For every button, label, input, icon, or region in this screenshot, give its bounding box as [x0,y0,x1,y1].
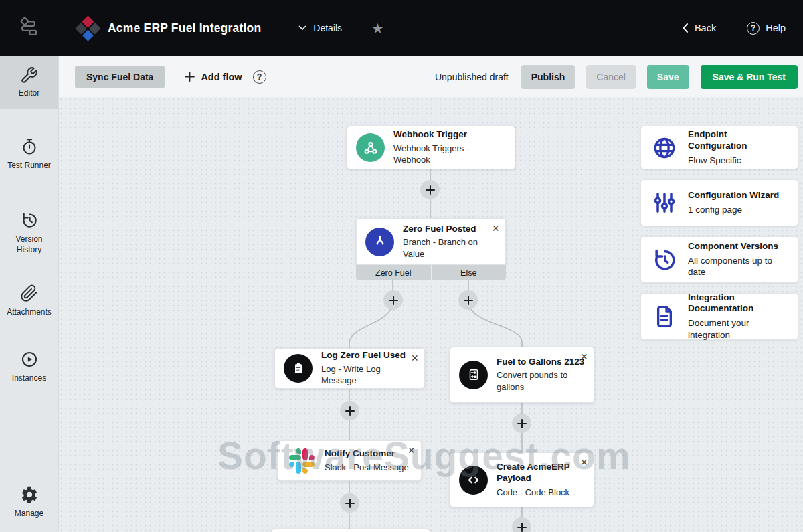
history-icon [20,211,39,230]
node-notify-customer[interactable]: Notify Customer Slack - Post Message × [278,440,422,481]
publish-button[interactable]: Publish [521,65,575,89]
sidebar-item-label: Instances [9,373,49,384]
sidebar-item-label: Manage [12,509,46,519]
chevron-down-icon [298,25,306,31]
calculator-icon [459,361,488,389]
add-step-button[interactable] [512,414,531,433]
add-step-button[interactable] [340,401,359,420]
node-subtitle: Convert pounds to gallons [497,369,585,393]
help-label: Help [766,23,786,33]
status-badge: Unpublished draft [435,72,509,82]
node-fuel-to-gallons[interactable]: Fuel to Gallons 2123 Convert pounds to g… [450,347,594,403]
branch-tab-zero-fuel[interactable]: Zero Fuel [356,265,431,280]
sidebar-item-label: Version History [0,234,58,255]
globe-icon [651,135,678,161]
log-icon [284,354,313,383]
card-subtitle: Document your integration [688,317,788,341]
node-title: Create AcmeERP Payload [497,462,585,484]
add-step-button[interactable] [383,290,403,310]
add-step-button[interactable] [458,290,478,310]
node-zero-fuel-posted[interactable]: Zero Fuel Posted Branch - Branch on Valu… [356,218,506,265]
cancel-button[interactable]: Cancel [586,65,636,89]
close-icon[interactable]: × [580,456,588,468]
integration-diamond-icon [75,15,100,41]
sidebar-item-attachments[interactable]: Attachments [0,284,58,318]
save-button[interactable]: Save [647,65,689,89]
branch-tabs: Zero Fuel Else [356,265,506,280]
add-step-button[interactable] [512,517,531,532]
left-sidebar: Editor Test Runner Version History Attac… [0,56,59,532]
document-icon [651,303,678,330]
stopwatch-icon [20,137,39,156]
back-button[interactable]: Back [683,23,716,33]
sidebar-item-version-history[interactable]: Version History [0,211,58,255]
node-title: Notify Customer [325,448,409,460]
paperclip-icon [20,284,38,302]
flows-help-icon[interactable]: ? [253,70,266,84]
page-title: Acme ERP Fuel Integration [108,21,261,35]
add-step-button[interactable] [340,493,359,513]
card-subtitle: All components up to date [688,255,788,278]
sliders-icon [651,189,678,216]
play-circle-icon [20,350,39,369]
card-title: Configuration Wizard [688,190,779,201]
component-history-icon [651,246,678,273]
node-subtitle: Webhook Triggers - Webhook [393,143,506,166]
endpoint-configuration-card[interactable]: Endpoint Configuration Flow Specific [640,126,798,169]
close-icon[interactable]: × [492,222,499,234]
node-title: Log Zero Fuel Used [321,350,416,361]
integration-documentation-card[interactable]: Integration Documentation Document your … [640,293,798,340]
card-title: Endpoint Configuration [688,129,788,152]
node-subtitle: Branch - Branch on Value [403,236,497,260]
chevron-left-icon [683,23,688,33]
configuration-wizard-card[interactable]: Configuration Wizard 1 config page [640,179,798,226]
sidebar-item-label: Test Runner [5,161,54,171]
node-webhook-trigger[interactable]: Webhook Trigger Webhook Triggers - Webho… [347,126,515,169]
node-subtitle: Log - Write Log Message [321,363,416,387]
details-label: Details [313,23,342,33]
details-dropdown[interactable]: Details [298,23,342,33]
add-step-button[interactable] [420,180,440,199]
favorite-star-icon[interactable]: ★ [371,21,384,35]
branch-icon [365,228,394,256]
close-icon[interactable]: × [411,352,418,364]
sidebar-item-test-runner[interactable]: Test Runner [0,137,58,171]
back-label: Back [695,23,716,33]
plus-icon [185,72,195,82]
sidebar-item-manage[interactable]: Manage [0,485,58,519]
node-subtitle: Code - Code Block [497,486,585,499]
node-partial-bottom[interactable] [271,529,430,532]
branch-tab-else[interactable]: Else [431,265,507,280]
app-logo-icon[interactable] [16,15,41,41]
code-icon [459,466,488,495]
add-flow-label: Add flow [201,72,242,82]
question-circle-icon: ? [747,22,760,35]
close-icon[interactable]: × [408,444,415,456]
node-title: Fuel to Gallons 2123 [497,357,585,368]
card-subtitle: Flow Specific [688,155,788,167]
close-icon[interactable]: × [580,351,588,363]
node-log-zero-fuel-used[interactable]: Log Zero Fuel Used Log - Write Log Messa… [274,348,425,389]
wrench-icon [20,66,38,84]
flow-tab-sync-fuel-data[interactable]: Sync Fuel Data [75,66,165,88]
editor-toolbar: Sync Fuel Data Add flow ? Unpublished dr… [59,56,803,97]
save-and-run-test-button[interactable]: Save & Run Test [701,65,798,89]
node-title: Webhook Trigger [393,129,506,141]
sidebar-item-editor[interactable]: Editor [0,56,58,109]
component-versions-card[interactable]: Component Versions All components up to … [640,236,798,283]
card-subtitle: 1 config page [688,204,779,216]
sidebar-item-label: Editor [16,88,42,99]
slack-icon [287,446,316,475]
node-title: Zero Fuel Posted [403,224,497,235]
node-create-acmeerp-payload[interactable]: Create AcmeERP Payload Code - Code Block… [450,452,594,507]
help-button[interactable]: ? Help [747,22,786,35]
sidebar-item-instances[interactable]: Instances [0,350,58,384]
gear-icon [20,485,39,504]
sidebar-item-label: Attachments [4,307,54,318]
add-flow-button[interactable]: Add flow [185,72,242,82]
node-subtitle: Slack - Post Message [325,462,409,474]
flow-canvas[interactable]: Webhook Trigger Webhook Triggers - Webho… [59,97,803,532]
card-title: Component Versions [688,241,788,252]
webhook-icon [356,133,385,162]
card-title: Integration Documentation [688,292,788,315]
